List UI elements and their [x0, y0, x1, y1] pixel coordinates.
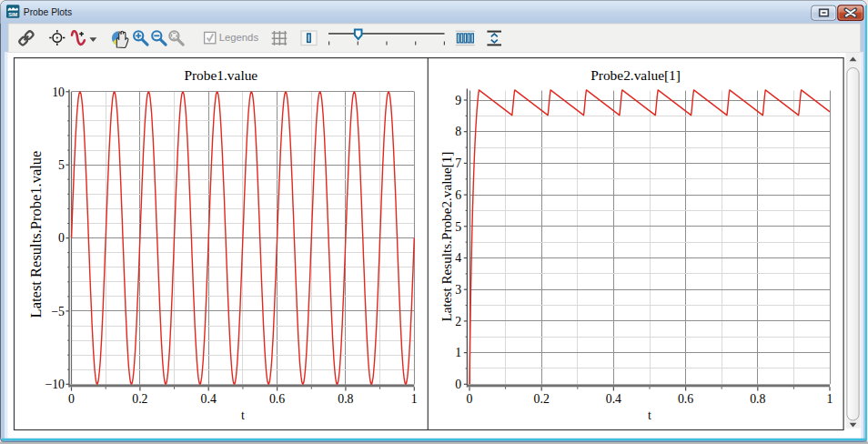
svg-text:8: 8 [455, 125, 461, 138]
svg-text:0.2: 0.2 [132, 392, 147, 406]
svg-text:0.4: 0.4 [606, 392, 621, 406]
svg-text:−10: −10 [45, 378, 65, 391]
svg-text:10: 10 [52, 86, 65, 99]
svg-text:SIM: SIM [8, 12, 17, 17]
svg-text:0.4: 0.4 [201, 392, 217, 406]
svg-text:5: 5 [58, 158, 65, 172]
svg-text:Probe Plots: Probe Plots [24, 7, 72, 17]
svg-text:1: 1 [411, 392, 418, 406]
svg-text:0.6: 0.6 [678, 392, 693, 406]
svg-text:0.8: 0.8 [750, 392, 765, 406]
svg-text:1: 1 [827, 392, 833, 406]
svg-text:0.8: 0.8 [338, 392, 353, 406]
svg-text:4: 4 [455, 251, 461, 265]
svg-text:2: 2 [455, 315, 461, 328]
svg-text:Latest Results.Probe2.value[1]: Latest Results.Probe2.value[1] [439, 152, 454, 322]
svg-text:7: 7 [455, 156, 461, 170]
svg-text:Probe2.value[1]: Probe2.value[1] [590, 67, 681, 83]
svg-text:0: 0 [467, 392, 473, 406]
svg-text:t: t [241, 409, 245, 422]
svg-text:Probe1.value: Probe1.value [184, 67, 257, 83]
svg-text:5: 5 [455, 220, 461, 234]
svg-text:0.2: 0.2 [534, 392, 550, 406]
svg-text:0: 0 [68, 392, 75, 406]
svg-text:Latest Results.Probe1.value: Latest Results.Probe1.value [27, 151, 45, 318]
svg-text:t: t [648, 409, 651, 422]
svg-text:0: 0 [455, 378, 461, 391]
svg-text:3: 3 [455, 283, 461, 297]
svg-text:6: 6 [455, 188, 461, 202]
svg-text:−5: −5 [51, 305, 65, 318]
svg-text:0: 0 [58, 231, 65, 245]
svg-text:Legends: Legends [219, 32, 259, 43]
svg-text:9: 9 [455, 94, 461, 107]
svg-text:0.6: 0.6 [269, 392, 285, 406]
svg-text:1: 1 [455, 346, 461, 359]
